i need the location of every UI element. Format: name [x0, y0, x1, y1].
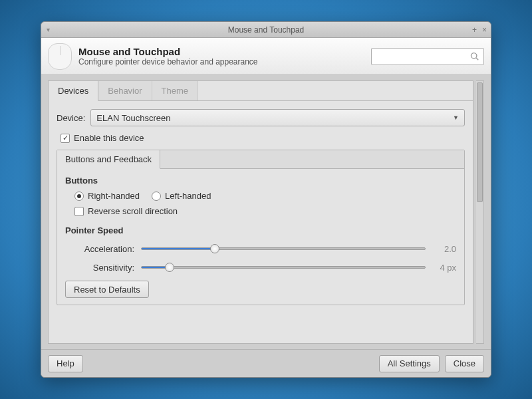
acceleration-slider[interactable] — [141, 243, 426, 254]
reset-defaults-button[interactable]: Reset to Defaults — [65, 281, 149, 298]
radio-right-handed[interactable]: Right-handed — [74, 191, 140, 201]
device-label: Device: — [57, 113, 85, 123]
tab-theme[interactable]: Theme — [152, 81, 198, 100]
window-menu-icon[interactable]: ▾ — [47, 26, 50, 33]
chevron-down-icon: ▼ — [453, 114, 459, 121]
tab-behavior[interactable]: Behavior — [98, 81, 152, 100]
window-minimize-icon[interactable]: + — [472, 25, 477, 35]
window-close-icon[interactable]: × — [482, 25, 487, 35]
window-title: Mouse and Touchpad — [228, 25, 305, 35]
radio-left-handed[interactable]: Left-handed — [152, 191, 211, 201]
acceleration-label: Acceleration: — [74, 244, 134, 254]
page-title: Mouse and Touchpad — [78, 46, 364, 57]
device-select[interactable]: ELAN Touchscreen ▼ — [90, 109, 465, 126]
radio-icon — [74, 192, 84, 201]
top-tabs: Devices Behavior Theme — [49, 81, 473, 101]
tab-buttons-feedback[interactable]: Buttons and Feedback — [57, 150, 160, 169]
reverse-scroll-label: Reverse scroll direction — [88, 206, 178, 216]
enable-device-label: Enable this device — [74, 133, 144, 143]
close-button[interactable]: Close — [445, 355, 484, 372]
slider-thumb-icon[interactable] — [165, 263, 174, 272]
all-settings-button[interactable]: All Settings — [379, 355, 440, 372]
radio-icon — [152, 192, 161, 201]
reverse-scroll-checkbox[interactable]: Reverse scroll direction — [74, 206, 456, 216]
scrollbar-thumb[interactable] — [477, 82, 483, 202]
header: Mouse and Touchpad Configure pointer dev… — [41, 38, 491, 75]
sensitivity-slider[interactable] — [141, 262, 426, 273]
checkbox-icon — [74, 207, 84, 216]
scrollbar[interactable] — [476, 80, 484, 344]
slider-thumb-icon[interactable] — [210, 244, 219, 253]
sensitivity-label: Sensitivity: — [74, 263, 134, 273]
search-input[interactable] — [371, 48, 484, 65]
page-subtitle: Configure pointer device behavior and ap… — [78, 57, 364, 66]
mouse-icon — [48, 43, 72, 70]
acceleration-value: 2.0 — [432, 244, 456, 254]
enable-device-checkbox[interactable]: ✓ Enable this device — [61, 133, 465, 143]
settings-window: ▾ Mouse and Touchpad + × Mouse and Touch… — [41, 21, 491, 378]
main-panel: Devices Behavior Theme Device: ELAN Touc… — [48, 80, 473, 344]
right-handed-label: Right-handed — [88, 191, 140, 201]
footer: Help All Settings Close — [41, 349, 491, 377]
titlebar[interactable]: ▾ Mouse and Touchpad + × — [41, 22, 491, 38]
sensitivity-value: 4 px — [432, 263, 456, 273]
buttons-group-label: Buttons — [65, 176, 456, 186]
checkbox-icon: ✓ — [61, 134, 70, 143]
pointer-speed-group-label: Pointer Speed — [65, 225, 456, 235]
search-icon — [470, 52, 479, 61]
device-selected: ELAN Touchscreen — [96, 113, 170, 123]
help-button[interactable]: Help — [48, 355, 83, 372]
tab-devices[interactable]: Devices — [49, 81, 98, 101]
left-handed-label: Left-handed — [165, 191, 211, 201]
